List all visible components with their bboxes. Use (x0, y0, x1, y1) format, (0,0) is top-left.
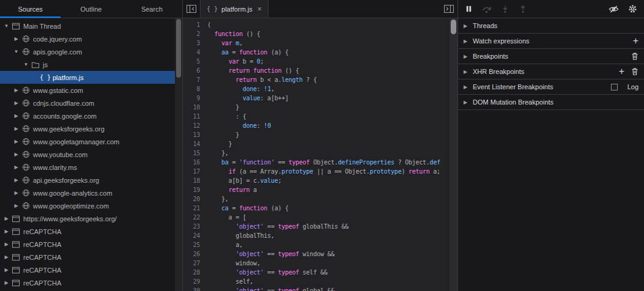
step-out-button[interactable] (519, 5, 527, 13)
tree-item-main-thread[interactable]: ▼Main Thread (0, 20, 182, 32)
expand-panel-button[interactable] (440, 0, 457, 18)
section-label: DOM Mutation Breakpoints (473, 98, 638, 106)
chevron-right-icon[interactable]: ▶ (464, 23, 473, 29)
tree-item-apis-google-com[interactable]: ▼apis.google.com (0, 45, 182, 58)
chevron-right-icon[interactable]: ▶ (12, 203, 20, 208)
line-number: 14 (183, 139, 200, 149)
line-number: 24 (183, 231, 200, 240)
trash-icon[interactable] (631, 52, 638, 61)
section-threads[interactable]: ▶Threads (458, 18, 644, 34)
folder-icon (30, 61, 41, 68)
chevron-right-icon[interactable]: ▶ (2, 254, 10, 260)
js-file-icon: { } (207, 6, 218, 12)
line-number: 6 (183, 66, 200, 75)
chevron-right-icon[interactable]: ▶ (12, 177, 20, 183)
tree-item-www-geeksforgeeks-org[interactable]: ▶www.geeksforgeeks.org (0, 122, 182, 135)
chevron-down-icon[interactable]: ▼ (22, 62, 30, 67)
close-tab-icon[interactable]: × (257, 5, 262, 13)
tree-item-code-jquery-com[interactable]: ▶code.jquery.com (0, 32, 182, 45)
sources-panel-tabs: SourcesOutlineSearch (0, 0, 182, 18)
globe-icon (20, 125, 31, 133)
section-label: Watch expressions (473, 37, 633, 45)
tree-item-label: cdnjs.cloudflare.com (33, 100, 94, 107)
section-actions: + (619, 67, 638, 76)
tree-item-recaptcha[interactable]: ▶reCAPTCHA (0, 263, 182, 276)
chevron-right-icon[interactable]: ▶ (12, 139, 20, 144)
tree-item-accounts-google-com[interactable]: ▶accounts.google.com (0, 109, 182, 122)
chevron-right-icon[interactable]: ▶ (464, 100, 473, 105)
chevron-right-icon[interactable]: ▶ (464, 84, 473, 90)
add-button[interactable]: + (619, 67, 624, 76)
code-line: } (207, 103, 457, 112)
section-label: Threads (473, 22, 638, 29)
section-dom-mutation-breakpoints[interactable]: ▶DOM Mutation Breakpoints (458, 95, 644, 110)
sources-scrollbar-thumb[interactable] (176, 19, 181, 78)
chevron-right-icon[interactable]: ▶ (464, 39, 473, 44)
collapse-sources-panel-button[interactable] (183, 0, 200, 18)
tab-outline[interactable]: Outline (61, 0, 121, 18)
chevron-right-icon[interactable]: ▶ (2, 216, 10, 221)
debugger-toolbar (458, 0, 644, 18)
sources-scrollbar[interactable] (175, 18, 182, 291)
tree-item-www-googleoptimize-com[interactable]: ▶www.googleoptimize.com (0, 199, 182, 212)
code-line: globalThis, (207, 231, 457, 240)
section-watch-expressions[interactable]: ▶Watch expressions+ (458, 34, 644, 49)
line-number: 18 (183, 176, 200, 185)
code-line: var b = 0; (207, 57, 457, 66)
tree-item-recaptcha[interactable]: ▶reCAPTCHA (0, 276, 182, 289)
chevron-down-icon[interactable]: ▼ (12, 49, 20, 54)
tree-item-www-gstatic-com[interactable]: ▶www.gstatic.com (0, 84, 182, 97)
pause-button[interactable] (465, 5, 473, 13)
section-event-listener-breakpoints[interactable]: ▶Event Listener BreakpointsLog (458, 79, 644, 95)
editor-scrollbar-thumb[interactable] (451, 20, 456, 34)
tree-item-platform-js[interactable]: { }platform.js (0, 71, 182, 84)
tree-item-recaptcha[interactable]: ▶reCAPTCHA (0, 238, 182, 251)
chevron-right-icon[interactable]: ▶ (12, 152, 20, 157)
tab-search[interactable]: Search (122, 0, 182, 18)
source-tab-platform-js[interactable]: { } platform.js × (200, 0, 268, 18)
chevron-right-icon[interactable]: ▶ (2, 280, 10, 285)
tree-item-recaptcha[interactable]: ▶reCAPTCHA (0, 225, 182, 238)
section-breakpoints[interactable]: ▶Breakpoints (458, 49, 644, 64)
tree-item-www-googletagmanager-com[interactable]: ▶www.googletagmanager.com (0, 135, 182, 148)
log-checkbox[interactable] (611, 84, 618, 90)
chevron-down-icon[interactable]: ▼ (2, 23, 10, 29)
editor-scrollbar[interactable] (450, 18, 457, 291)
chevron-right-icon[interactable]: ▶ (12, 36, 20, 42)
code-area[interactable]: ( function () { var m, aa = function (a)… (202, 18, 457, 291)
chevron-right-icon[interactable]: ▶ (12, 190, 20, 196)
step-over-button[interactable] (482, 5, 492, 13)
chevron-right-icon[interactable]: ▶ (2, 241, 10, 247)
add-button[interactable]: + (633, 36, 638, 46)
chevron-right-icon[interactable]: ▶ (2, 229, 10, 234)
line-number-gutter[interactable]: 1234567891011121314151617181920212223242… (183, 18, 202, 291)
tree-item-www-youtube-com[interactable]: ▶www.youtube.com (0, 148, 182, 161)
tree-item-label: Main Thread (23, 23, 61, 30)
line-number: 22 (183, 213, 200, 222)
tab-bar-spacer (268, 0, 440, 18)
chevron-right-icon[interactable]: ▶ (12, 126, 20, 131)
trash-icon[interactable] (631, 67, 638, 76)
chevron-right-icon[interactable]: ▶ (12, 164, 20, 170)
chevron-right-icon[interactable]: ▶ (2, 267, 10, 273)
chevron-right-icon[interactable]: ▶ (12, 113, 20, 119)
tree-item-https-www-geeksforgeeks-org[interactable]: ▶https://www.geeksforgeeks.org/ (0, 212, 182, 225)
tree-item-www-google-analytics-com[interactable]: ▶www.google-analytics.com (0, 186, 182, 199)
deactivate-breakpoints-button[interactable] (609, 5, 619, 13)
tree-item-api-geeksforgeeks-org[interactable]: ▶api.geeksforgeeks.org (0, 174, 182, 186)
tree-item-recaptcha[interactable]: ▶reCAPTCHA (0, 251, 182, 263)
debugger-sections: ▶Threads▶Watch expressions+▶Breakpoints▶… (458, 18, 644, 110)
step-in-button[interactable] (501, 5, 509, 13)
tree-item-js[interactable]: ▼js (0, 58, 182, 71)
chevron-right-icon[interactable]: ▶ (464, 69, 473, 75)
chevron-right-icon[interactable]: ▶ (12, 100, 20, 106)
chevron-right-icon[interactable]: ▶ (12, 87, 20, 93)
tab-sources[interactable]: Sources (0, 0, 61, 18)
chevron-right-icon[interactable]: ▶ (464, 54, 473, 59)
tab-label: Search (141, 6, 163, 13)
settings-button[interactable] (628, 4, 637, 13)
code-editor[interactable]: 1234567891011121314151617181920212223242… (183, 18, 457, 291)
section-xhr-breakpoints[interactable]: ▶XHR Breakpoints+ (458, 64, 644, 79)
tree-item-cdnjs-cloudflare-com[interactable]: ▶cdnjs.cloudflare.com (0, 97, 182, 109)
tree-item-www-clarity-ms[interactable]: ▶www.clarity.ms (0, 161, 182, 174)
